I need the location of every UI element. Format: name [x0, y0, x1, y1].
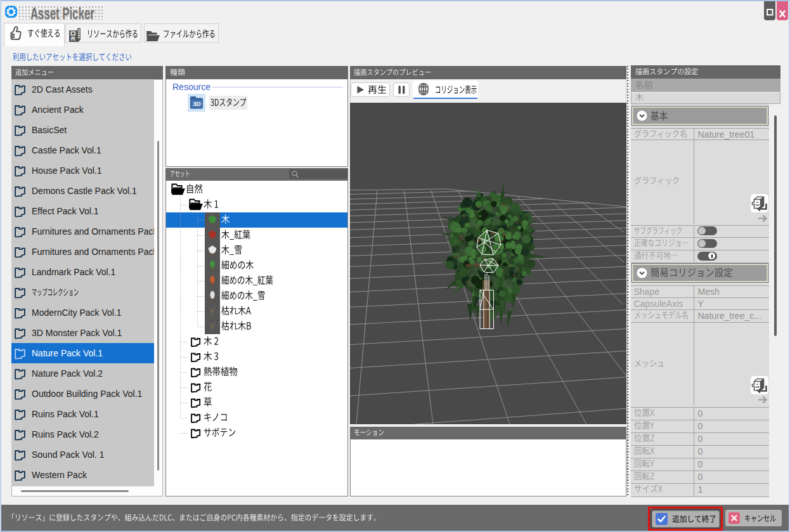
svg-text:3D: 3D — [193, 100, 200, 107]
svg-text:R: R — [71, 35, 75, 42]
